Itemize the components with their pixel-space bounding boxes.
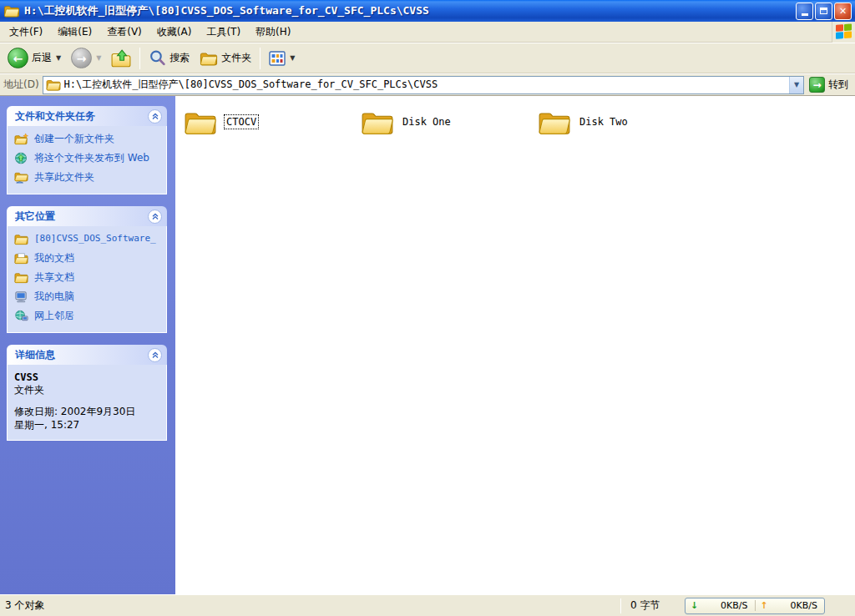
folder-item-label[interactable]: CTOCV [224,114,259,129]
address-dropdown-button[interactable]: ▼ [789,77,803,93]
address-bar: 地址(D) H:\工控机软件_旧型停产\[80]CVSS_DOS_Softwar… [0,73,855,95]
up-button[interactable] [107,47,135,70]
search-button[interactable]: 搜索 [144,47,194,69]
window-title: H:\工控机软件_旧型停产\[80]CVSS_DOS_Software_for_… [24,3,796,18]
folder-item-label[interactable]: Disk One [401,115,453,129]
my-documents-icon [14,252,28,265]
go-arrow-icon: → [809,77,825,93]
chevron-up-icon [151,112,159,120]
back-icon: ← [8,48,28,68]
search-label: 搜索 [169,51,190,65]
publish-web-icon [14,152,28,164]
menu-help[interactable]: 帮助(H) [248,22,298,43]
collapse-button[interactable] [148,109,162,124]
details-folder-type: 文件夹 [14,383,161,397]
folders-button[interactable]: 文件夹 [195,48,255,68]
panel-title: 其它位置 [15,210,55,224]
search-icon [149,49,166,67]
views-dropdown-icon[interactable]: ▼ [290,54,295,62]
folder-item-disk-one[interactable]: Disk One [361,108,501,136]
task-link[interactable]: 将这个文件夹发布到 Web [34,152,149,164]
folder-item-ctocv[interactable]: CTOCV [184,108,324,136]
forward-icon: → [71,48,92,68]
folder-icon [361,108,394,136]
file-list-area[interactable]: CTOCV Disk One Disk Two [175,96,855,594]
content-area: 文件和文件夹任务 创建一个新文件夹 将这个文件夹发布到 Web [0,95,855,594]
go-button[interactable]: → 转到 [807,77,853,93]
upload-speed-value: 0KB/S [791,600,817,611]
go-label: 转到 [828,78,848,92]
views-icon [269,51,286,66]
place-shared-documents[interactable]: 共享文档 [14,271,161,284]
panel-other-places: 其它位置 [80]CVSS_DOS_Software_ 我的文档 [7,206,167,333]
status-bar: 3 个对象 0 字节 ↓ 0KB/S ↑ 0KB/S [0,594,855,616]
task-share-folder[interactable]: 共享此文件夹 [14,171,161,184]
place-link[interactable]: [80]CVSS_DOS_Software_ [34,233,156,245]
folder-icon [538,108,571,136]
menu-edit[interactable]: 编辑(E) [50,22,99,43]
folder-icon [46,78,61,91]
place-parent-folder[interactable]: [80]CVSS_DOS_Software_ [14,233,161,245]
new-folder-icon [14,133,28,145]
download-speed: ↓ 0KB/S [686,600,755,611]
panel-details: 详细信息 CVSS 文件夹 修改日期: 2002年9月30日 星期一, 15:2… [7,345,167,441]
folder-item-label[interactable]: Disk Two [578,115,630,129]
chevron-up-icon [151,212,159,220]
up-folder-icon [111,49,131,68]
details-folder-name: CVSS [14,371,161,383]
back-button[interactable]: ← 后退 ▼ [3,45,65,71]
task-new-folder[interactable]: 创建一个新文件夹 [14,133,161,145]
panel-title: 文件和文件夹任务 [15,109,95,124]
task-link[interactable]: 共享此文件夹 [34,171,94,184]
explorer-window: H:\工控机软件_旧型停产\[80]CVSS_DOS_Software_for_… [0,0,855,616]
place-link[interactable]: 网上邻居 [34,310,74,322]
panel-other-places-header[interactable]: 其它位置 [7,206,167,226]
panel-details-header[interactable]: 详细信息 [7,345,167,365]
panel-title: 详细信息 [15,348,55,362]
place-link[interactable]: 我的文档 [34,252,74,265]
toolbar-separator [139,48,140,69]
upload-arrow-icon: ↑ [761,600,768,611]
place-my-computer[interactable]: 我的电脑 [14,290,161,303]
details-modified-date: 修改日期: 2002年9月30日 [14,406,161,419]
network-places-icon [14,310,28,322]
back-dropdown-icon[interactable]: ▼ [56,54,61,62]
menu-file[interactable]: 文件(F) [2,22,50,43]
task-publish-web[interactable]: 将这个文件夹发布到 Web [14,152,161,164]
address-input[interactable]: H:\工控机软件_旧型停产\[80]CVSS_DOS_Software_for_… [43,76,804,94]
task-link[interactable]: 创建一个新文件夹 [34,133,114,145]
network-speed-panel: ↓ 0KB/S ↑ 0KB/S [685,598,825,614]
menu-favorites[interactable]: 收藏(A) [149,22,200,43]
place-link[interactable]: 共享文档 [34,271,74,284]
address-label: 地址(D) [3,78,39,92]
toolbar-separator [260,48,261,69]
folder-item-disk-two[interactable]: Disk Two [538,108,678,136]
place-my-documents[interactable]: 我的文档 [14,252,161,265]
views-button[interactable]: ▼ [265,48,299,68]
status-divider [620,598,621,613]
folder-icon [184,108,217,136]
forward-dropdown-icon: ▼ [96,54,101,62]
minimize-button[interactable] [796,3,813,20]
folder-icon [3,4,20,18]
my-computer-icon [14,290,28,303]
forward-button[interactable]: → ▼ [67,45,105,71]
close-button[interactable]: ✕ [834,3,852,20]
restore-button[interactable] [815,3,832,20]
download-arrow-icon: ↓ [691,600,698,611]
collapse-button[interactable] [148,210,162,224]
close-icon: ✕ [839,6,847,17]
place-link[interactable]: 我的电脑 [34,290,74,303]
collapse-button[interactable] [148,348,162,362]
menu-tools[interactable]: 工具(T) [199,22,248,43]
back-label: 后退 [32,51,52,65]
shared-documents-icon [14,271,28,284]
menu-view[interactable]: 查看(V) [99,22,149,43]
panel-file-tasks-header[interactable]: 文件和文件夹任务 [7,106,167,126]
task-pane: 文件和文件夹任务 创建一个新文件夹 将这个文件夹发布到 Web [0,96,175,594]
folders-icon [200,51,218,66]
place-network[interactable]: 网上邻居 [14,310,161,322]
restore-icon [820,8,827,14]
upload-speed: ↑ 0KB/S [755,600,825,611]
windows-logo [832,22,855,43]
